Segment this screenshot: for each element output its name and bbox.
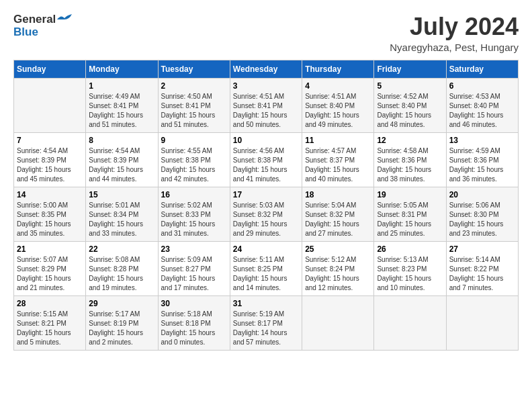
calendar-cell: 5Sunrise: 4:52 AMSunset: 8:40 PMDaylight… [374, 78, 446, 132]
calendar-week-row: 28Sunrise: 5:15 AMSunset: 8:21 PMDayligh… [14, 295, 519, 350]
month-year-title: July 2024 [390, 13, 519, 40]
day-number: 12 [377, 136, 443, 145]
calendar-cell: 3Sunrise: 4:51 AMSunset: 8:41 PMDaylight… [230, 78, 302, 132]
day-number: 20 [449, 190, 515, 199]
day-number: 27 [449, 244, 515, 254]
day-info: Sunrise: 5:07 AMSunset: 8:29 PMDaylight:… [17, 255, 83, 293]
calendar-cell [446, 295, 518, 350]
calendar-cell [14, 78, 86, 132]
day-number: 23 [161, 244, 227, 254]
day-info: Sunrise: 5:14 AMSunset: 8:22 PMDaylight:… [449, 255, 515, 293]
day-number: 25 [305, 244, 371, 254]
day-number: 14 [17, 190, 83, 199]
calendar-week-row: 7Sunrise: 4:54 AMSunset: 8:39 PMDaylight… [14, 132, 519, 187]
calendar-cell: 2Sunrise: 4:50 AMSunset: 8:41 PMDaylight… [158, 78, 230, 132]
calendar-cell: 7Sunrise: 4:54 AMSunset: 8:39 PMDaylight… [14, 132, 86, 187]
day-number: 11 [305, 136, 371, 145]
calendar-cell: 30Sunrise: 5:18 AMSunset: 8:18 PMDayligh… [158, 295, 230, 350]
day-info: Sunrise: 5:15 AMSunset: 8:21 PMDaylight:… [17, 310, 83, 347]
calendar-cell: 6Sunrise: 4:53 AMSunset: 8:40 PMDaylight… [446, 78, 518, 132]
day-number: 21 [17, 244, 83, 254]
day-number: 16 [161, 190, 227, 199]
logo-general: General [13, 13, 56, 26]
day-info: Sunrise: 5:05 AMSunset: 8:31 PMDaylight:… [377, 201, 443, 238]
logo-container: General Blue [13, 13, 72, 38]
calendar-cell: 23Sunrise: 5:09 AMSunset: 8:27 PMDayligh… [158, 241, 230, 295]
day-number: 17 [233, 190, 299, 199]
day-info: Sunrise: 4:59 AMSunset: 8:36 PMDaylight:… [449, 146, 515, 184]
day-number: 18 [305, 190, 371, 199]
day-info: Sunrise: 5:17 AMSunset: 8:19 PMDaylight:… [89, 310, 154, 347]
calendar-table: SundayMondayTuesdayWednesdayThursdayFrid… [13, 60, 519, 351]
day-number: 1 [89, 81, 154, 91]
calendar-cell: 20Sunrise: 5:06 AMSunset: 8:30 PMDayligh… [446, 187, 518, 241]
calendar-cell: 17Sunrise: 5:03 AMSunset: 8:32 PMDayligh… [230, 187, 302, 241]
calendar-cell: 9Sunrise: 4:55 AMSunset: 8:38 PMDaylight… [158, 132, 230, 187]
day-info: Sunrise: 5:01 AMSunset: 8:34 PMDaylight:… [89, 201, 154, 238]
day-info: Sunrise: 4:49 AMSunset: 8:41 PMDaylight:… [89, 92, 154, 130]
calendar-cell: 26Sunrise: 5:13 AMSunset: 8:23 PMDayligh… [374, 241, 446, 295]
title-block: July 2024 Nyaregyhaza, Pest, Hungary [390, 13, 519, 53]
day-info: Sunrise: 5:03 AMSunset: 8:32 PMDaylight:… [233, 201, 299, 238]
day-number: 7 [17, 136, 83, 145]
calendar-week-row: 1Sunrise: 4:49 AMSunset: 8:41 PMDaylight… [14, 78, 519, 132]
day-info: Sunrise: 5:00 AMSunset: 8:35 PMDaylight:… [17, 201, 83, 238]
day-number: 9 [161, 136, 227, 145]
day-info: Sunrise: 4:51 AMSunset: 8:40 PMDaylight:… [305, 92, 371, 130]
calendar-cell: 8Sunrise: 4:54 AMSunset: 8:39 PMDaylight… [86, 132, 158, 187]
day-info: Sunrise: 5:18 AMSunset: 8:18 PMDaylight:… [161, 310, 227, 347]
day-number: 28 [17, 299, 83, 308]
calendar-cell [302, 295, 374, 350]
calendar-cell: 29Sunrise: 5:17 AMSunset: 8:19 PMDayligh… [86, 295, 158, 350]
day-info: Sunrise: 5:08 AMSunset: 8:28 PMDaylight:… [89, 255, 154, 293]
calendar-cell: 16Sunrise: 5:02 AMSunset: 8:33 PMDayligh… [158, 187, 230, 241]
calendar-week-row: 14Sunrise: 5:00 AMSunset: 8:35 PMDayligh… [14, 187, 519, 241]
day-number: 29 [89, 299, 154, 308]
day-number: 22 [89, 244, 154, 254]
header-thursday: Thursday [302, 60, 374, 78]
calendar-cell: 15Sunrise: 5:01 AMSunset: 8:34 PMDayligh… [86, 187, 158, 241]
calendar-cell: 10Sunrise: 4:56 AMSunset: 8:38 PMDayligh… [230, 132, 302, 187]
calendar-cell [374, 295, 446, 350]
header-sunday: Sunday [14, 60, 86, 78]
calendar-cell: 31Sunrise: 5:19 AMSunset: 8:17 PMDayligh… [230, 295, 302, 350]
day-info: Sunrise: 5:13 AMSunset: 8:23 PMDaylight:… [377, 255, 443, 293]
header-tuesday: Tuesday [158, 60, 230, 78]
day-number: 6 [449, 81, 515, 91]
calendar-header-row: SundayMondayTuesdayWednesdayThursdayFrid… [14, 60, 519, 78]
day-info: Sunrise: 4:55 AMSunset: 8:38 PMDaylight:… [161, 146, 227, 184]
calendar-cell: 1Sunrise: 4:49 AMSunset: 8:41 PMDaylight… [86, 78, 158, 132]
calendar-cell: 21Sunrise: 5:07 AMSunset: 8:29 PMDayligh… [14, 241, 86, 295]
day-number: 10 [233, 136, 299, 145]
calendar-cell: 18Sunrise: 5:04 AMSunset: 8:32 PMDayligh… [302, 187, 374, 241]
calendar-cell: 28Sunrise: 5:15 AMSunset: 8:21 PMDayligh… [14, 295, 86, 350]
calendar-cell: 4Sunrise: 4:51 AMSunset: 8:40 PMDaylight… [302, 78, 374, 132]
day-number: 13 [449, 136, 515, 145]
calendar-cell: 25Sunrise: 5:12 AMSunset: 8:24 PMDayligh… [302, 241, 374, 295]
day-info: Sunrise: 5:19 AMSunset: 8:17 PMDaylight:… [233, 310, 299, 347]
day-number: 3 [233, 81, 299, 91]
header-monday: Monday [86, 60, 158, 78]
day-number: 30 [161, 299, 227, 308]
day-info: Sunrise: 4:54 AMSunset: 8:39 PMDaylight:… [17, 146, 83, 184]
calendar-cell: 12Sunrise: 4:58 AMSunset: 8:36 PMDayligh… [374, 132, 446, 187]
day-number: 19 [377, 190, 443, 199]
day-number: 26 [377, 244, 443, 254]
calendar-cell: 14Sunrise: 5:00 AMSunset: 8:35 PMDayligh… [14, 187, 86, 241]
day-info: Sunrise: 4:52 AMSunset: 8:40 PMDaylight:… [377, 92, 443, 130]
calendar-cell: 11Sunrise: 4:57 AMSunset: 8:37 PMDayligh… [302, 132, 374, 187]
calendar-cell: 19Sunrise: 5:05 AMSunset: 8:31 PMDayligh… [374, 187, 446, 241]
header-wednesday: Wednesday [230, 60, 302, 78]
header-friday: Friday [374, 60, 446, 78]
calendar-week-row: 21Sunrise: 5:07 AMSunset: 8:29 PMDayligh… [14, 241, 519, 295]
calendar-cell: 27Sunrise: 5:14 AMSunset: 8:22 PMDayligh… [446, 241, 518, 295]
page-header: General Blue July 2024 Nyaregyhaza, Pest… [13, 13, 519, 53]
day-info: Sunrise: 4:50 AMSunset: 8:41 PMDaylight:… [161, 92, 227, 130]
day-info: Sunrise: 4:53 AMSunset: 8:40 PMDaylight:… [449, 92, 515, 130]
day-number: 8 [89, 136, 154, 145]
day-info: Sunrise: 4:57 AMSunset: 8:37 PMDaylight:… [305, 146, 371, 184]
day-number: 5 [377, 81, 443, 91]
day-info: Sunrise: 4:58 AMSunset: 8:36 PMDaylight:… [377, 146, 443, 184]
day-info: Sunrise: 5:12 AMSunset: 8:24 PMDaylight:… [305, 255, 371, 293]
day-info: Sunrise: 5:11 AMSunset: 8:25 PMDaylight:… [233, 255, 299, 293]
